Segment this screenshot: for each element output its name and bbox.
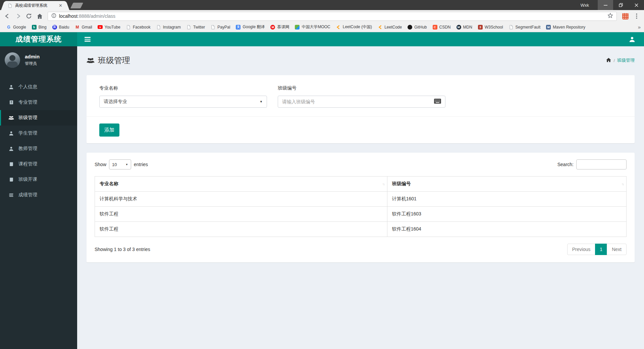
leetcode-favicon-icon (377, 24, 383, 30)
sidebar-item-个人信息[interactable]: 个人信息 (0, 79, 77, 95)
window-controls: Wxk (581, 0, 644, 10)
table-row[interactable]: 软件工程软件工程1604 (95, 222, 627, 237)
sidebar-item-学生管理[interactable]: 学生管理 (0, 126, 77, 141)
page-favicon-icon (210, 24, 216, 30)
users-icon (8, 115, 14, 120)
table-row[interactable]: 计算机科学与技术计算机1601 (95, 192, 627, 207)
bookmark-item[interactable]: 百Baidu (49, 24, 72, 30)
bookmark-item[interactable]: 3W3School (475, 24, 506, 30)
add-button[interactable]: 添加 (99, 123, 119, 137)
leetcode-favicon-icon (336, 24, 341, 30)
sidebar-item-专业管理[interactable]: 专业管理 (0, 95, 77, 110)
search-input[interactable] (576, 159, 627, 169)
bookmark-item[interactable]: 中国大学MOOC (292, 24, 333, 30)
maven-favicon-icon: M (546, 24, 551, 30)
url-text[interactable]: localhost:8888/admin/class (59, 13, 605, 19)
bookmark-item[interactable]: SegmentFault (506, 24, 543, 30)
main-content: 班级管理 / 班级管理 专业名称 请选择专业 ▼ (77, 46, 644, 349)
bookmark-item[interactable]: PayPal (208, 24, 233, 30)
add-class-box: 专业名称 请选择专业 ▼ 班级编号 (87, 75, 635, 143)
browser-tab[interactable]: 高校成绩管理系统 ✕ (5, 1, 66, 10)
bookmark-item[interactable]: MGmail (72, 24, 95, 30)
breadcrumb-home-icon[interactable] (606, 58, 611, 63)
window-close-button[interactable] (629, 0, 644, 10)
breadcrumb: / 班级管理 (606, 57, 635, 63)
imooc-favicon-icon: M (270, 24, 275, 30)
page-info-icon[interactable] (51, 13, 56, 19)
google-favicon-icon: G (6, 24, 11, 30)
sidebar-user-panel: admin 管理员 (0, 46, 77, 74)
keyboard-icon (434, 99, 441, 105)
bookmark-item[interactable]: GitHub (405, 24, 429, 30)
next-page-button[interactable]: Next (607, 244, 627, 255)
icourse-favicon-icon (294, 24, 300, 30)
bookmark-item[interactable]: Twitter (183, 24, 208, 30)
app-logo[interactable]: 成绩管理系统 (0, 32, 77, 46)
bookmark-item[interactable]: Instagram (153, 24, 183, 30)
bookmark-item[interactable]: MMaven Repository (543, 24, 588, 30)
page-favicon-icon (508, 24, 514, 30)
forward-icon[interactable] (13, 11, 23, 21)
back-icon[interactable] (3, 11, 12, 21)
window-profile-name[interactable]: Wxk (581, 3, 589, 8)
bookmark-item[interactable]: LeetCode (中国) (333, 24, 375, 30)
sidebar-item-课程管理[interactable]: 课程管理 (0, 156, 77, 172)
major-select[interactable]: 请选择专业 ▼ (99, 96, 267, 108)
cell-class-number: 软件工程1604 (387, 222, 626, 237)
column-header-major[interactable]: 专业名称↑↓ (95, 177, 387, 192)
bookmark-item[interactable]: M慕课网 (267, 24, 292, 30)
class-table: 专业名称↑↓ 班级编号↑↓ 计算机科学与技术计算机1601软件工程软件工程160… (95, 176, 627, 237)
reload-icon[interactable] (24, 11, 34, 21)
users-icon (87, 57, 95, 64)
sidebar-item-班级管理[interactable]: 班级管理 (0, 110, 77, 126)
browser-menu-icon[interactable] (632, 11, 641, 21)
window-minimize-button[interactable] (598, 0, 613, 10)
class-table-box: Show 10 ▼ entries Search: 专业名称↑↓ 班级编号 (87, 153, 635, 262)
bookmark-item[interactable]: YouTube (95, 24, 123, 30)
browser-tab-strip: 高校成绩管理系统 ✕ Wxk (0, 0, 644, 10)
sidebar-item-班级开课[interactable]: 班级开课 (0, 172, 77, 187)
cell-major: 计算机科学与技术 (95, 192, 387, 207)
window-restore-button[interactable] (613, 0, 629, 10)
youtube-favicon-icon (98, 24, 103, 30)
previous-page-button[interactable]: Previous (567, 244, 595, 255)
bookmark-item[interactable]: LeetCode (375, 24, 405, 30)
class-number-label: 班级编号 (278, 85, 445, 91)
new-tab-button[interactable] (70, 3, 83, 8)
sort-icon: ↑↓ (382, 182, 384, 186)
gtranslate-favicon-icon: 文 (235, 24, 241, 30)
cell-major: 软件工程 (95, 222, 387, 237)
navbar-user-icon[interactable] (629, 36, 635, 43)
extension-icon[interactable] (622, 13, 629, 19)
sidebar-item-成绩管理[interactable]: 成绩管理 (0, 187, 77, 203)
page-favicon-icon (7, 3, 13, 8)
sidebar-menu: 个人信息专业管理班级管理学生管理教师管理课程管理班级开课成绩管理 (0, 79, 77, 203)
class-number-input[interactable] (282, 99, 434, 104)
current-page-button[interactable]: 1 (595, 244, 607, 255)
notebook-icon (8, 100, 14, 105)
address-bar[interactable]: localhost:8888/admin/class (48, 12, 617, 21)
table-row[interactable]: 软件工程软件工程1603 (95, 207, 627, 222)
bookmark-item[interactable]: bBing (29, 24, 49, 30)
bookmark-item[interactable]: CCSDN (430, 24, 453, 30)
bookmark-item[interactable]: MMDN (453, 24, 475, 30)
sort-icon: ↑↓ (622, 182, 624, 186)
page-favicon-icon (186, 24, 192, 30)
bookmark-item[interactable]: Facebook (123, 24, 153, 30)
sidebar-item-教师管理[interactable]: 教师管理 (0, 141, 77, 156)
baidu-favicon-icon: 百 (52, 24, 57, 30)
mdn-favicon-icon: M (456, 24, 462, 30)
column-header-class[interactable]: 班级编号↑↓ (387, 177, 626, 192)
bookmarks-overflow-icon[interactable]: » (638, 24, 641, 30)
page-size-select[interactable]: 10 ▼ (109, 159, 131, 169)
cell-class-number: 软件工程1603 (387, 207, 626, 222)
bookmark-item[interactable]: 文Google 翻译 (233, 24, 267, 30)
sidebar-toggle-icon[interactable] (77, 32, 98, 46)
tab-close-icon[interactable]: ✕ (58, 3, 63, 8)
bookmark-item[interactable]: GGoogle (3, 24, 29, 30)
sidebar-user-role: 管理员 (25, 61, 40, 66)
home-icon[interactable] (35, 11, 44, 21)
page-favicon-icon (156, 24, 161, 30)
breadcrumb-current-link[interactable]: 班级管理 (617, 57, 635, 63)
bookmark-star-icon[interactable] (607, 13, 613, 20)
